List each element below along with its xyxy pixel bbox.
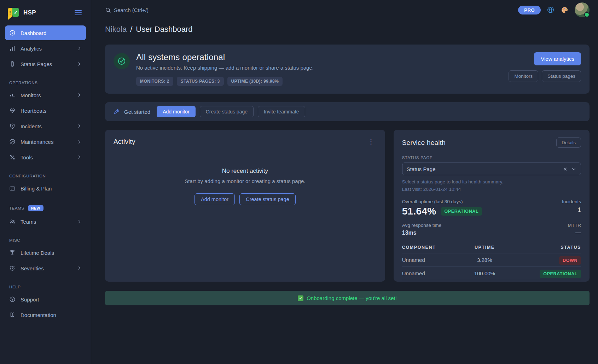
overall-uptime-value: 51.64% bbox=[402, 206, 436, 217]
tools-icon bbox=[9, 154, 16, 160]
get-started-label: Get started bbox=[124, 109, 150, 115]
overall-uptime-label: Overall uptime (last 30 days) bbox=[402, 199, 482, 204]
monitors-button[interactable]: Monitors bbox=[509, 70, 538, 82]
select-help-text: Select a status page to load its health … bbox=[402, 179, 581, 184]
hamburger-menu-icon[interactable] bbox=[73, 9, 83, 17]
onboarding-complete-banner: ✓ Onboarding complete — you're all set! bbox=[105, 291, 590, 305]
globe-icon[interactable] bbox=[547, 6, 555, 14]
search-placeholder: Search (Ctrl+/) bbox=[114, 7, 149, 13]
sidebar-item-monitors[interactable]: Monitors bbox=[5, 88, 86, 102]
app-logo-icon[interactable]: ! ✓ bbox=[8, 8, 19, 18]
maintenance-icon bbox=[9, 139, 16, 145]
rocket-icon bbox=[114, 108, 120, 115]
teams-icon bbox=[9, 218, 16, 225]
status-pages-button[interactable]: Status pages bbox=[542, 70, 581, 82]
new-badge: NEW bbox=[28, 205, 43, 211]
sidebar-item-label: Maintenances bbox=[21, 139, 53, 145]
component-name: Unnamed bbox=[402, 253, 465, 267]
component-uptime: 100.00% bbox=[465, 267, 504, 280]
avg-response-value: 13ms bbox=[402, 230, 442, 236]
components-table: COMPONENT UPTIME STATUS Unnamed 3.28% DO… bbox=[402, 242, 581, 280]
alarm-clock-icon bbox=[9, 265, 16, 271]
last-visit-text: Last visit: 2026-01-24 10:44 bbox=[402, 187, 581, 192]
chevron-right-icon bbox=[77, 266, 82, 271]
sidebar-item-documentation[interactable]: Documentation bbox=[5, 307, 86, 322]
plan-badge[interactable]: PRO bbox=[518, 6, 541, 14]
view-analytics-button[interactable]: View analytics bbox=[534, 52, 581, 65]
sidebar-item-label: Documentation bbox=[21, 312, 56, 318]
invite-teammate-button[interactable]: Invite teammate bbox=[258, 106, 305, 117]
service-health-title: Service health bbox=[402, 139, 446, 147]
create-status-page-button[interactable]: Create status page bbox=[239, 193, 296, 205]
user-avatar[interactable] bbox=[575, 2, 590, 17]
get-started-bar: Get started Add monitor Create status pa… bbox=[105, 102, 590, 121]
sidebar-item-status-pages[interactable]: Status Pages bbox=[5, 57, 86, 71]
table-row: Unnamed 100.00% OPERATIONAL bbox=[402, 267, 581, 280]
chevron-right-icon bbox=[77, 219, 82, 224]
system-status-banner: All systems operational No active incide… bbox=[105, 45, 590, 94]
sidebar-item-label: Monitors bbox=[21, 92, 41, 98]
sidebar-group-misc: MISC bbox=[9, 238, 82, 242]
traffic-light-icon bbox=[9, 61, 16, 67]
search-input[interactable]: Search (Ctrl+/) bbox=[105, 7, 149, 13]
analytics-icon bbox=[9, 45, 16, 52]
sidebar-item-label: Tools bbox=[21, 154, 33, 160]
service-health-card: Service health Details STATUS PAGE Statu… bbox=[394, 130, 590, 282]
incidents-label: Incidents bbox=[562, 199, 581, 204]
sidebar-item-maintenances[interactable]: Maintenances bbox=[5, 134, 86, 149]
add-monitor-button[interactable]: Add monitor bbox=[195, 193, 235, 205]
book-icon bbox=[9, 312, 16, 318]
avg-response-label: Avg response time bbox=[402, 223, 442, 228]
status-title: All systems operational bbox=[136, 52, 314, 62]
page-title: User Dashboard bbox=[136, 25, 192, 34]
status-page-select[interactable]: Status Page bbox=[402, 163, 581, 175]
monitors-icon bbox=[9, 92, 16, 98]
sidebar-item-label: Dashboard bbox=[21, 30, 46, 36]
credit-card-icon bbox=[9, 185, 16, 192]
chevron-right-icon bbox=[77, 46, 82, 51]
sidebar-item-incidents[interactable]: Incidents bbox=[5, 119, 86, 134]
topbar: Search (Ctrl+/) PRO bbox=[91, 0, 598, 20]
status-page-select-value: Status Page bbox=[407, 166, 436, 172]
create-status-page-button[interactable]: Create status page bbox=[200, 106, 254, 117]
sidebar-item-tools[interactable]: Tools bbox=[5, 150, 86, 165]
sidebar-group-teams: TEAMS NEW bbox=[9, 205, 82, 211]
sidebar-item-heartbeats[interactable]: Heartbeats bbox=[5, 103, 86, 118]
sidebar-item-label: Teams bbox=[21, 219, 36, 225]
kebab-menu-icon[interactable]: ⋮ bbox=[366, 137, 377, 146]
status-badge: OPERATIONAL bbox=[441, 207, 482, 216]
activity-card: Activity ⋮ No recent activity Start by a… bbox=[105, 130, 385, 282]
breadcrumb-parent[interactable]: Nikola bbox=[105, 25, 127, 34]
sidebar-item-teams[interactable]: Teams bbox=[5, 214, 86, 229]
sidebar-item-billing[interactable]: Billing & Plan bbox=[5, 181, 86, 196]
main-area: Search (Ctrl+/) PRO Nikola / User Dashbo… bbox=[91, 0, 598, 364]
check-square-icon: ✓ bbox=[298, 295, 303, 301]
chevron-right-icon bbox=[77, 124, 82, 129]
sidebar-item-analytics[interactable]: Analytics bbox=[5, 41, 86, 56]
sidebar-item-label: Support bbox=[21, 297, 39, 303]
sidebar-item-support[interactable]: Support bbox=[5, 292, 86, 307]
mttr-label: MTTR bbox=[568, 223, 581, 228]
sidebar-item-dashboard[interactable]: Dashboard bbox=[5, 25, 86, 40]
details-button[interactable]: Details bbox=[556, 137, 581, 148]
sidebar-item-label: Severities bbox=[21, 265, 44, 271]
help-icon bbox=[9, 296, 16, 303]
sidebar-item-severities[interactable]: Severities bbox=[5, 261, 86, 276]
status-subtitle: No active incidents. Keep shipping — add… bbox=[136, 65, 314, 71]
chevron-right-icon bbox=[77, 155, 82, 160]
trophy-icon bbox=[9, 249, 16, 256]
heartbeat-icon bbox=[9, 107, 16, 114]
clear-icon[interactable] bbox=[563, 167, 568, 171]
status-page-field-label: STATUS PAGE bbox=[402, 155, 581, 160]
incidents-value: 1 bbox=[562, 206, 581, 214]
uptime-badge: UPTIME (30D): 99.98% bbox=[227, 77, 283, 86]
column-header-component: COMPONENT bbox=[402, 242, 465, 253]
chevron-right-icon bbox=[77, 139, 82, 144]
table-row: Unnamed 3.28% DOWN bbox=[402, 253, 581, 267]
palette-icon[interactable] bbox=[561, 6, 569, 14]
sidebar-group-configuration: CONFIGURATION bbox=[9, 174, 82, 178]
sidebar-item-label: Status Pages bbox=[21, 61, 52, 67]
sidebar-item-lifetime-deals[interactable]: Lifetime Deals bbox=[5, 245, 86, 260]
chevron-down-icon[interactable] bbox=[571, 166, 576, 172]
add-monitor-button[interactable]: Add monitor bbox=[157, 106, 195, 117]
